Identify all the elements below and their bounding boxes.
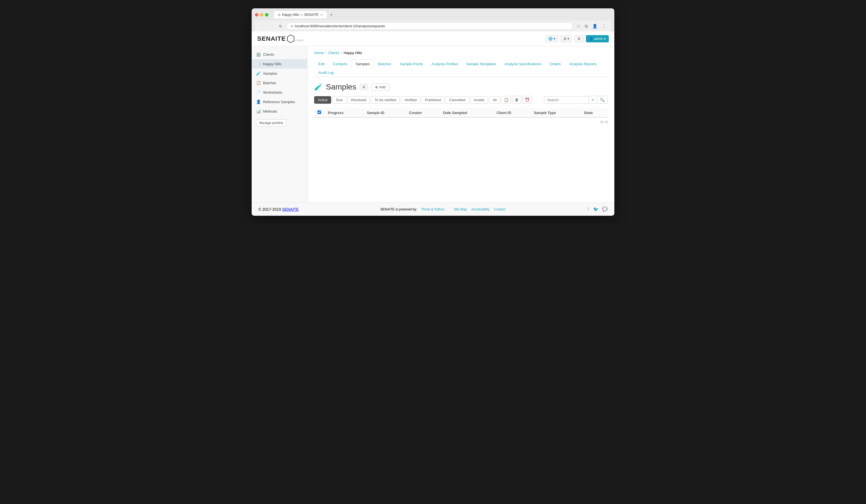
breadcrumb-sep-1: / [325, 51, 327, 55]
forward-button[interactable]: → [268, 23, 275, 29]
logo-text: SENAITE [257, 35, 286, 42]
search-input[interactable] [544, 96, 589, 104]
breadcrumb-clients[interactable]: Clients [328, 51, 339, 55]
sidebar-item-batches[interactable]: 📋 Batches [252, 78, 307, 88]
reload-button[interactable]: ↻ [277, 23, 284, 29]
add-label: Add [379, 85, 386, 89]
filter-cancelled[interactable]: Cancelled [446, 96, 469, 104]
filter-verified[interactable]: Verified [401, 96, 420, 104]
tab-samples[interactable]: Samples [352, 59, 374, 68]
search-wrapper: ✕ 🔍 [544, 96, 608, 104]
browser-tab-title: Happy Hills — SENAITE [282, 13, 319, 17]
tab-audit-log[interactable]: Audit Log [314, 68, 338, 77]
sidebar-item-happy-hills[interactable]: › Happy Hills [252, 59, 307, 69]
delete-button[interactable]: 🗑 [512, 96, 521, 104]
sidebar-worksheets-label: Worksheets [263, 90, 282, 94]
maximize-window-button[interactable] [265, 13, 268, 16]
tab-sample-points[interactable]: Sample Points [395, 59, 427, 68]
th-creator: Creator [406, 108, 440, 117]
menu-button[interactable]: ⋮ [601, 23, 608, 29]
th-progress: Progress [324, 108, 364, 117]
add-button[interactable]: ⊕ Add [371, 83, 389, 91]
back-button[interactable]: ← [258, 23, 266, 29]
github-icon[interactable]: ⑂ [587, 207, 590, 212]
tab-edit[interactable]: Edit [314, 59, 329, 68]
filter-to-be-verified[interactable]: To be verified [371, 96, 400, 104]
filter-bar: Active Due Received To be verified Verif… [314, 96, 608, 104]
filter-due[interactable]: Due [332, 96, 346, 104]
worksheets-icon: 📄 [256, 90, 261, 94]
account-button[interactable]: 👤 [591, 23, 599, 29]
nav-actions: ☆ ⧉ 👤 ⋮ [575, 23, 608, 29]
header-actions: 🌐 ▾ ⊞ ▾ ⚙ 👤 admin ▾ [545, 35, 609, 42]
breadcrumb-home[interactable]: Home [314, 51, 324, 55]
tab-analysis-specifications[interactable]: Analysis Specifications [500, 59, 545, 68]
tab-batches[interactable]: Batches [374, 59, 395, 68]
active-browser-tab[interactable]: ⊙ Happy Hills — SENAITE ✕ [274, 11, 327, 19]
close-window-button[interactable] [255, 13, 258, 16]
contact-link[interactable]: Contact [494, 207, 506, 211]
sidebar-methods-label: Methods [263, 109, 277, 113]
reference-samples-icon: 👤 [256, 100, 261, 104]
app-footer: © 2017-2019 SENAITE SENAITE is powered b… [252, 202, 614, 216]
page-title-section: 🧪 Samples 4 ⊕ Add [314, 82, 608, 91]
sidebar-item-reference-samples[interactable]: 👤 Reference Samples [252, 97, 307, 106]
select-all-checkbox[interactable] [318, 111, 321, 114]
settings-button[interactable]: ⚙ [575, 35, 584, 42]
filter-received[interactable]: Received [347, 96, 370, 104]
sidebar-item-methods[interactable]: 📊 Methods [252, 106, 307, 116]
copy-button[interactable]: 📋 [501, 96, 511, 104]
logo-hexagon-icon [287, 34, 295, 43]
th-sample-id: Sample ID [364, 108, 406, 117]
extensions-button[interactable]: ⧉ [584, 23, 589, 29]
browser-navbar: ← → ↻ ⊙ localhost:8080/senaite/clients/c… [255, 21, 611, 32]
footer-links: SENAITE is powered by: Plone & Python Si… [380, 207, 506, 211]
clock-button[interactable]: ⏰ [522, 96, 532, 104]
logo-lims-text: LIMS [296, 39, 304, 42]
tab-bar: ⊙ Happy Hills — SENAITE ✕ + [274, 11, 611, 19]
traffic-lights[interactable] [255, 13, 268, 16]
bookmark-button[interactable]: ☆ [575, 23, 582, 29]
breadcrumb-current: Happy Hills [344, 51, 362, 55]
sidebar-batches-label: Batches [263, 81, 276, 85]
th-client-id: Client ID [493, 108, 531, 117]
sidebar-reference-samples-label: Reference Samples [263, 100, 295, 104]
footer-brand-link[interactable]: SENAITE [282, 207, 299, 211]
address-bar[interactable]: ⊙ localhost:8080/senaite/clients/client-… [286, 22, 573, 30]
plus-icon: ⊕ [375, 85, 378, 89]
sidebar-item-worksheets[interactable]: 📄 Worksheets [252, 88, 307, 97]
language-button[interactable]: 🌐 ▾ [545, 35, 558, 42]
sitemap-link[interactable]: Site Map [454, 207, 467, 211]
app-logo: SENAITE LIMS [257, 34, 304, 43]
tab-sample-templates[interactable]: Sample Templates [462, 59, 500, 68]
clients-icon: 🏢 [256, 52, 261, 57]
tab-contacts[interactable]: Contacts [329, 59, 351, 68]
table-header: Progress Sample ID Creator Date Sampled … [314, 108, 608, 117]
minimize-window-button[interactable] [260, 13, 263, 16]
pagination: 0 / 0 [314, 120, 608, 124]
tab-analysis-profiles[interactable]: Analysis Profiles [427, 59, 462, 68]
search-go-button[interactable]: 🔍 [597, 96, 608, 104]
filter-published[interactable]: Published [421, 96, 444, 104]
filter-active[interactable]: Active [314, 96, 331, 104]
tab-close-button[interactable]: ✕ [320, 13, 323, 17]
user-menu-button[interactable]: 👤 admin ▾ [586, 35, 609, 42]
manage-portlets-button[interactable]: Manage portlets [256, 119, 286, 127]
filter-all[interactable]: All [489, 96, 500, 104]
th-state: State [580, 108, 608, 117]
tab-analysis-reports[interactable]: Analysis Reports [565, 59, 601, 68]
plone-python-link[interactable]: Plone & Python [422, 207, 445, 211]
accessibility-link[interactable]: Accessibility [471, 207, 489, 211]
filter-invalid[interactable]: Invalid [470, 96, 488, 104]
count-badge: 4 [359, 84, 368, 90]
apps-button[interactable]: ⊞ ▾ [560, 35, 572, 42]
action-icons: 📋 🗑 ⏰ [501, 96, 532, 104]
chat-icon[interactable]: 💬 [602, 207, 608, 212]
sidebar-item-samples[interactable]: 🧪 Samples [252, 69, 307, 78]
search-clear-button[interactable]: ✕ [589, 96, 597, 104]
sidebar-samples-label: Samples [263, 71, 277, 76]
tab-orders[interactable]: Orders [545, 59, 565, 68]
twitter-icon[interactable]: 🐦 [593, 207, 599, 212]
sidebar-item-clients[interactable]: 🏢 Clients [252, 50, 307, 59]
new-tab-button[interactable]: + [328, 11, 335, 19]
